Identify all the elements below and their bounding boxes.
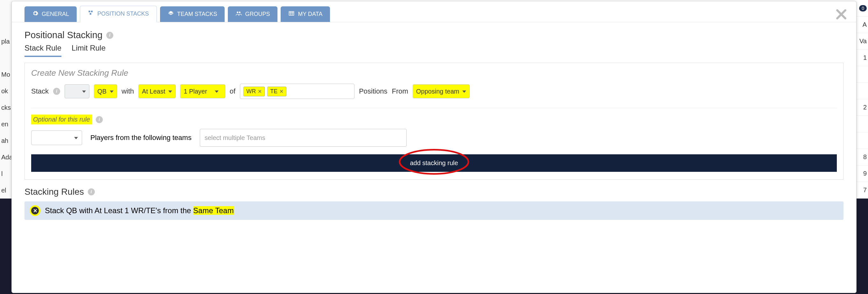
with-label: with xyxy=(122,87,134,95)
from-label: From xyxy=(392,87,408,95)
section-header: Positional Stacking i xyxy=(25,30,843,40)
backdrop-cell: 1 xyxy=(855,50,868,66)
close-button[interactable] xyxy=(835,8,847,22)
backdrop-cell: ok xyxy=(0,83,13,99)
tab-general[interactable]: GENERAL xyxy=(25,6,77,22)
player-count-select[interactable]: 1 Player xyxy=(180,84,225,98)
chip-remove-icon[interactable]: ✕ xyxy=(279,89,283,95)
tab-groups[interactable]: GROUPS xyxy=(228,6,277,22)
tab-label: MY DATA xyxy=(298,11,322,18)
select-value: QB xyxy=(97,88,106,95)
of-label: of xyxy=(230,87,236,95)
section-title: Positional Stacking xyxy=(25,30,102,40)
add-stacking-rule-button[interactable]: add stacking rule xyxy=(31,154,837,172)
tab-my-data[interactable]: MY DATA xyxy=(281,6,330,22)
backdrop-cell: 9 xyxy=(855,165,868,182)
layers-icon xyxy=(168,10,174,18)
rule-builder-row: Stack i QB with At Least 1 Player xyxy=(31,84,837,108)
chip-wr: WR ✕ xyxy=(243,87,265,96)
caret-down-icon xyxy=(215,88,219,95)
delete-rule-button[interactable]: ✕ xyxy=(30,205,40,216)
team-empty-select[interactable] xyxy=(65,84,89,98)
select-value: 1 Player xyxy=(184,88,207,95)
settings-modal: GENERAL POSITION STACKS TEAM STACKS GROU… xyxy=(11,1,857,293)
chip-te: TE ✕ xyxy=(267,87,286,96)
backdrop-cell: A xyxy=(855,17,868,33)
backdrop-cell: ah xyxy=(0,132,13,149)
subtab-limit-rule[interactable]: Limit Rule xyxy=(71,43,106,57)
optional-row: Optional for this rule i xyxy=(31,115,837,124)
backdrop-cell: 7 xyxy=(855,182,868,199)
backdrop-cell: Va xyxy=(855,33,868,50)
rule-text-highlight: Same Team xyxy=(193,206,234,215)
info-icon[interactable]: i xyxy=(53,88,60,95)
svg-rect-2 xyxy=(90,13,91,14)
backdrop-cell: l xyxy=(0,165,13,182)
svg-point-3 xyxy=(237,11,239,13)
panel-title: Create New Stacking Rule xyxy=(31,68,837,78)
backdrop-cell: cks xyxy=(0,99,13,116)
backdrop-cell: 2 xyxy=(855,99,868,116)
chip-label: WR xyxy=(246,88,256,95)
backdrop-cell xyxy=(855,66,868,83)
tab-label: TEAM STACKS xyxy=(177,11,217,18)
gear-icon xyxy=(32,10,38,18)
stack-label: Stack xyxy=(31,87,49,95)
create-rule-panel: Create New Stacking Rule Stack i QB with… xyxy=(25,63,843,180)
svg-point-4 xyxy=(239,11,241,13)
table-icon xyxy=(288,10,294,18)
position-select[interactable]: QB xyxy=(94,84,117,98)
backdrop-cell: el xyxy=(0,182,13,199)
team-source-select[interactable]: Opposing team xyxy=(413,84,470,98)
positions-label: Positions xyxy=(359,87,387,95)
backdrop-cell xyxy=(0,17,13,33)
teams-multiselect[interactable]: select multiple Teams xyxy=(200,129,407,147)
condition-select[interactable]: At Least xyxy=(138,84,176,98)
rule-text-pre: Stack QB with At Least 1 WR/TE's from th… xyxy=(45,206,193,215)
chip-label: TE xyxy=(270,88,277,95)
rule-text: Stack QB with At Least 1 WR/TE's from th… xyxy=(45,206,234,215)
backdrop-cell: pla xyxy=(0,33,13,50)
tab-position-stacks[interactable]: POSITION STACKS xyxy=(80,6,157,22)
modal-tabs: GENERAL POSITION STACKS TEAM STACKS GROU… xyxy=(12,1,856,22)
users-icon xyxy=(236,10,242,18)
stacking-rules-header: Stacking Rules i xyxy=(25,187,843,197)
caret-down-icon xyxy=(82,88,86,95)
caret-down-icon xyxy=(462,88,466,95)
stacking-rule-item: ✕ Stack QB with At Least 1 WR/TE's from … xyxy=(25,201,843,220)
tab-label: POSITION STACKS xyxy=(97,10,149,17)
subtab-stack-rule[interactable]: Stack Rule xyxy=(25,43,61,57)
backdrop-cell: Ada xyxy=(0,149,13,165)
select-value: At Least xyxy=(142,88,165,95)
info-icon[interactable]: i xyxy=(106,32,113,39)
positions-multiselect[interactable]: WR ✕ TE ✕ xyxy=(240,84,354,99)
caret-down-icon xyxy=(74,134,78,142)
svg-rect-0 xyxy=(89,11,90,12)
backdrop-cell: 8 xyxy=(855,149,868,165)
backdrop-cell xyxy=(0,0,13,17)
backdrop-right-column: 0 A Va 1 2 8 9 7 xyxy=(855,0,868,199)
chip-remove-icon[interactable]: ✕ xyxy=(258,89,262,95)
info-icon[interactable]: i xyxy=(96,116,103,123)
button-label: add stacking rule xyxy=(410,159,458,166)
backdrop-cell xyxy=(855,116,868,132)
tab-team-stacks[interactable]: TEAM STACKS xyxy=(160,6,225,22)
placeholder-text: select multiple Teams xyxy=(205,134,266,141)
backdrop-cell xyxy=(855,132,868,149)
backdrop-left-column: pla Mo ok cks en ah Ada l el xyxy=(0,0,13,199)
grid-icon xyxy=(88,10,94,18)
subtabs: Stack Rule Limit Rule xyxy=(25,43,843,57)
info-icon[interactable]: i xyxy=(88,188,95,195)
close-icon: ✕ xyxy=(31,207,39,215)
team-row: Players from the following teams select … xyxy=(31,129,837,147)
select-value: Opposing team xyxy=(416,88,460,95)
backdrop-cell: en xyxy=(0,116,13,132)
optional-label: Optional for this rule xyxy=(31,115,92,124)
tab-label: GENERAL xyxy=(42,11,69,18)
tab-label: GROUPS xyxy=(245,11,270,18)
svg-rect-1 xyxy=(91,11,93,12)
include-exclude-select[interactable] xyxy=(31,130,82,145)
caret-down-icon xyxy=(110,88,114,95)
rules-title: Stacking Rules xyxy=(25,187,84,197)
backdrop-cell xyxy=(0,50,13,66)
